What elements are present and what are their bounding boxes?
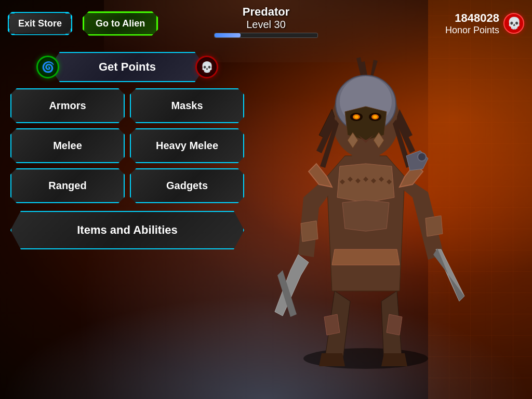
exit-store-button[interactable]: Exit Store: [8, 12, 72, 35]
svg-point-8: [354, 115, 358, 118]
top-left-buttons: Exit Store Go to Alien: [8, 11, 158, 36]
gadgets-label: Gadgets: [166, 180, 208, 191]
honor-count: 1848028: [445, 11, 499, 25]
go-to-alien-label: Go to Alien: [96, 18, 145, 29]
xp-bar-container: [214, 33, 318, 38]
player-name: Predator: [214, 5, 318, 19]
ranged-button[interactable]: Ranged: [10, 168, 125, 203]
gadgets-button[interactable]: Gadgets: [130, 168, 244, 203]
corner-tl: [8, 12, 15, 19]
ranged-label: Ranged: [48, 180, 86, 191]
get-points-skull-icon: 💀: [195, 56, 218, 78]
top-bar: Exit Store Go to Alien Predator Level 30…: [0, 0, 532, 47]
get-points-spiral-icon: 🌀: [36, 56, 59, 78]
left-menu-panel: 🌀 Get Points 💀 Armors Masks Melee Heavy …: [5, 47, 249, 255]
get-points-label: Get Points: [99, 60, 156, 73]
svg-point-9: [373, 115, 377, 118]
honor-skull-icon: 💀: [503, 13, 524, 34]
corner-bl: [8, 29, 15, 35]
player-info: Predator Level 30: [214, 5, 318, 38]
heavy-melee-label: Heavy Melee: [156, 140, 218, 151]
armors-label: Armors: [49, 100, 86, 111]
get-points-button[interactable]: Get Points: [49, 52, 205, 82]
exit-store-label: Exit Store: [18, 18, 62, 29]
masks-button[interactable]: Masks: [130, 88, 244, 123]
predator-character: [241, 31, 490, 374]
go-to-alien-button[interactable]: Go to Alien: [83, 11, 158, 36]
melee-label: Melee: [53, 140, 82, 151]
melee-button[interactable]: Melee: [10, 128, 125, 163]
honor-text: 1848028 Honor Points: [445, 11, 499, 36]
honor-label: Honor Points: [445, 25, 499, 36]
player-level: Level 30: [214, 19, 318, 31]
items-abilities-button[interactable]: Items and Abilities: [10, 211, 244, 249]
masks-label: Masks: [171, 100, 203, 111]
heavy-melee-button[interactable]: Heavy Melee: [130, 128, 244, 163]
get-points-container: 🌀 Get Points 💀: [10, 52, 244, 82]
xp-bar-fill: [215, 33, 241, 37]
honor-points-display: 1848028 Honor Points 💀: [445, 11, 524, 36]
armors-button[interactable]: Armors: [10, 88, 125, 123]
items-abilities-label: Items and Abilities: [77, 223, 178, 236]
corner-br: [65, 29, 72, 35]
menu-grid: Armors Masks Melee Heavy Melee Ranged Ga…: [10, 88, 244, 203]
corner-tr: [65, 12, 72, 19]
svg-point-10: [418, 153, 426, 161]
